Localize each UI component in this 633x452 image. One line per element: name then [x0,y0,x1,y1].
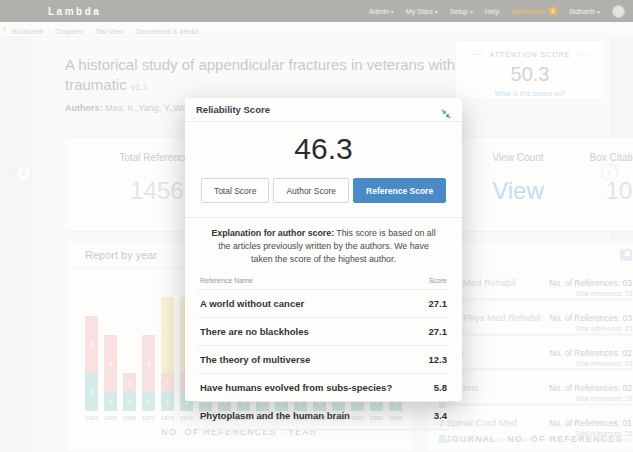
notification-badge: 6 [549,7,557,15]
chevron-down-icon: ▾ [435,9,438,15]
nav-item-my-sites[interactable]: My Sites ▾ [406,8,438,15]
tab-author-score[interactable]: Author Score [273,178,349,203]
reference-score-table: Reference Name Score A world without can… [198,274,449,430]
reference-score: 5.8 [434,382,447,393]
table-row: A world without cancer27.1 [198,289,449,317]
user-name: Sidharth [569,8,595,15]
reliability-score-modal: Reliability Score 46.3 Total ScoreAuthor… [185,98,462,401]
tab-reference-score[interactable]: Reference Score [353,178,446,203]
collapse-icon[interactable] [441,105,451,115]
table-row: Phytoplasm and the human brain3.4 [198,401,449,429]
divider [198,429,449,430]
chevron-down-icon: ▾ [391,9,394,15]
nav-item-admin[interactable]: Admin ▾ [369,8,394,15]
table-row: Have humans evolved from subs-species?5.… [198,373,449,401]
column-header-reference-name: Reference Name [200,277,253,284]
reliability-score-value: 46.3 [185,132,462,166]
chevron-down-icon: ▾ [470,9,473,15]
reference-score: 3.4 [434,410,447,421]
avatar[interactable] [612,5,625,18]
reference-name: The theory of multiverse [200,354,310,365]
chevron-down-icon: ▾ [597,9,600,15]
user-menu-item[interactable]: Sidharth ▾ [569,8,600,15]
reference-name: Have humans evolved from subs-species? [200,382,392,393]
reference-score: 27.1 [429,326,448,337]
score-explanation: Explanation for author score: This score… [185,218,462,274]
navbar-menu: Admin ▾My Sites ▾Setup ▾Help Notificatio… [369,5,625,18]
reference-name: Phytoplasm and the human brain [200,410,350,421]
reference-name: A world without cancer [200,298,304,309]
table-row: The theory of multiverse12.3 [198,345,449,373]
nav-item-setup[interactable]: Setup ▾ [450,8,473,15]
nav-item-help[interactable]: Help [485,8,499,15]
notification-label: Notification [511,8,546,15]
brand-logo[interactable]: Lambda [48,6,101,17]
modal-title: Reliability Score [196,104,270,115]
explanation-label: Explanation for author score: [211,228,334,238]
table-row: There are no blackholes27.1 [198,317,449,345]
score-tabs: Total ScoreAuthor ScoreReference Score [185,178,462,218]
reference-score: 27.1 [429,298,448,309]
reference-name: There are no blackholes [200,326,309,337]
notification-menu-item[interactable]: Notification 6 [511,7,557,15]
modal-header: Reliability Score [185,98,462,122]
top-navbar: Lambda Admin ▾My Sites ▾Setup ▾Help Noti… [0,0,633,22]
table-header: Reference Name Score [198,274,449,289]
tab-total-score[interactable]: Total Score [201,178,270,203]
column-header-score: Score [429,277,447,284]
reference-score: 12.3 [429,354,448,365]
